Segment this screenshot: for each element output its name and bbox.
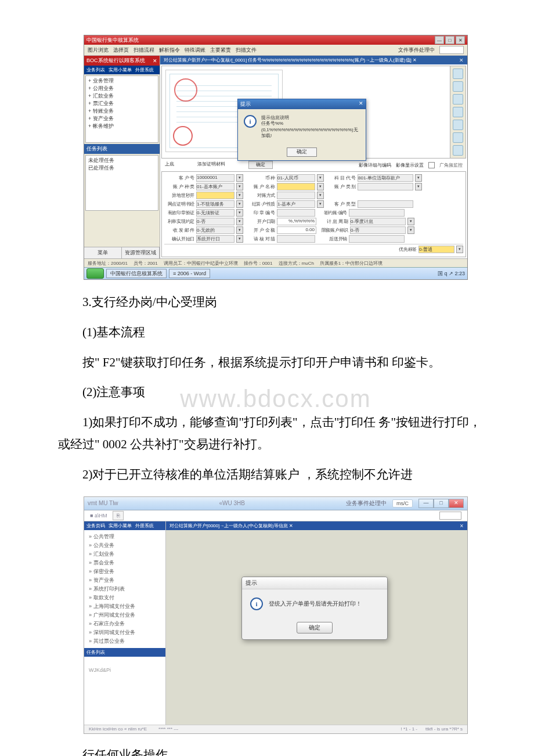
content-tab[interactable]: 对公结算账户开户[0000]→上一级办人(中心复核岗)等信息 ✕ (169, 523, 293, 529)
tree-item[interactable]: » 公共业务 (89, 541, 161, 550)
dropdown-icon[interactable]: ▾ (415, 183, 422, 190)
sidebar-head-tab[interactable]: 实用小菜单 (109, 523, 132, 529)
tool-icon[interactable] (453, 107, 463, 117)
sub-tab[interactable]: ⎘ (113, 511, 124, 520)
tool-icon[interactable] (453, 94, 463, 105)
tree-item[interactable]: + 帐务维护 (88, 123, 156, 130)
tree-item[interactable]: » 其过票公业务 (89, 637, 161, 646)
confirm-button[interactable]: 确定 (248, 161, 273, 169)
form-field[interactable]: 0.00 (277, 226, 316, 234)
form-field[interactable]: 10000001 (196, 174, 234, 182)
tree-item[interactable]: » 深圳同城支付业务 (89, 628, 161, 637)
tree-item[interactable]: » 上海同城支付业务 (89, 602, 161, 611)
start-button[interactable] (86, 268, 104, 279)
form-field-required[interactable] (196, 192, 234, 199)
form-field[interactable] (277, 192, 315, 199)
dropdown-icon[interactable]: ▾ (317, 200, 324, 208)
sidebar-subtab[interactable]: 实用小菜单 (109, 67, 132, 73)
close-button[interactable]: ✕ (449, 499, 464, 508)
form-field[interactable]: 1-基本户 (277, 200, 315, 208)
minimize-button[interactable]: — (418, 499, 434, 508)
maximize-button[interactable]: □ (434, 499, 449, 508)
minimize-button[interactable]: — (435, 36, 444, 44)
tree-item[interactable]: + 转账业务 (88, 107, 156, 115)
tree-item[interactable]: + 资产业务 (88, 115, 156, 123)
form-field[interactable] (358, 183, 413, 190)
sidebar-bottom-btn[interactable]: 资源管理区域 (122, 247, 160, 258)
dropdown-icon[interactable]: ▾ (415, 174, 422, 182)
content-tab[interactable]: 对公结算账户新开户/一中心复核/[_0001] 任务号%%%%%%%%%%%%%… (164, 57, 417, 63)
form-field-required[interactable] (277, 183, 315, 190)
tree-item[interactable]: » 保密业务 (89, 567, 161, 576)
menu-item[interactable]: 扫描流程 (134, 46, 154, 54)
dropdown-icon[interactable]: ▾ (236, 235, 243, 243)
tree-item[interactable]: » 资产业务 (89, 576, 161, 585)
tool-icon[interactable] (453, 132, 463, 143)
sidebar-subtab[interactable]: 外册系统 (135, 67, 154, 73)
dropdown-icon[interactable]: ▾ (236, 183, 243, 190)
menu-item[interactable]: 解析指令 (159, 46, 180, 54)
form-field[interactable]: %,%%%%% (277, 218, 316, 225)
tool-icon[interactable] (453, 145, 463, 156)
dropdown-icon[interactable]: ▾ (317, 183, 324, 190)
dropdown-icon[interactable]: ▾ (236, 192, 243, 199)
maximize-button[interactable]: □ (445, 36, 454, 44)
tree-item[interactable]: + 票汇业务 (88, 100, 156, 107)
form-field[interactable]: 01-人民币 (277, 174, 315, 182)
dropdown-icon[interactable]: ▾ (456, 246, 463, 253)
tree-item[interactable]: + 公用业务 (88, 85, 156, 92)
dropdown-icon[interactable]: ▾ (407, 218, 414, 225)
tab-close-icon[interactable]: ⨯ (459, 57, 464, 63)
tree-item[interactable]: » 汇划业务 (89, 550, 161, 559)
form-field[interactable]: 0-无效的 (196, 226, 234, 234)
dropdown-icon[interactable]: ▾ (236, 200, 243, 208)
tree-item[interactable]: » 取款支付 (89, 593, 161, 602)
tree-item[interactable]: » 公共管理 (89, 532, 161, 541)
task-item[interactable]: 未处理任务 (88, 157, 156, 164)
tool-icon[interactable] (453, 120, 463, 130)
form-field[interactable] (358, 200, 413, 208)
tree-item[interactable]: » 石家庄办业务 (89, 620, 161, 628)
dropdown-icon[interactable]: ▾ (236, 174, 243, 182)
form-field[interactable]: 01-基本账户 (196, 183, 234, 190)
sidebar-close-icon[interactable]: ✕ (153, 58, 157, 64)
dialog-close-icon[interactable]: ✕ (359, 100, 363, 108)
checkbox[interactable] (428, 162, 435, 168)
form-field[interactable] (277, 209, 315, 217)
taskbar-item[interactable]: 中国银行信息核算系统 (106, 269, 167, 278)
dropdown-icon[interactable]: ▾ (317, 174, 324, 182)
tree-item[interactable]: + 汇款业务 (88, 92, 156, 100)
tree-item[interactable]: » 广州同城支付业务 (89, 611, 161, 620)
dropdown-icon[interactable]: ▾ (317, 192, 324, 199)
form-field[interactable] (349, 235, 405, 243)
menu-item[interactable]: 图片浏览 (88, 46, 109, 54)
dropdown-icon[interactable]: ▾ (236, 218, 243, 225)
form-field[interactable] (277, 235, 315, 243)
tab-close-icon[interactable]: ⨯ (460, 523, 464, 528)
form-field[interactable]: 801-单位活期存款户 (358, 174, 413, 182)
sidebar-bottom-btn[interactable]: 菜单 (84, 247, 122, 258)
dropdown-icon[interactable]: ▾ (236, 226, 243, 234)
form-field[interactable]: 0-无须验证 (196, 209, 234, 217)
task-item[interactable]: 已处理任务 (88, 164, 156, 172)
tree-item[interactable]: » 票会业务 (89, 559, 161, 567)
form-field[interactable] (349, 209, 405, 217)
form-field[interactable]: 1-不驻场服务 (196, 200, 234, 208)
dropdown-icon[interactable]: ▾ (236, 209, 243, 217)
tree-item[interactable]: + 业务管理 (88, 77, 156, 85)
priority-field[interactable]: 0-普通 (418, 246, 454, 253)
dialog-ok-button[interactable]: 确定 (297, 622, 333, 633)
form-field[interactable]: 0-季度计息 (350, 218, 406, 225)
close-button[interactable]: ✕ (456, 36, 465, 44)
tree-item[interactable]: » 系统打印列表 (89, 585, 161, 593)
taskbar-item[interactable]: ≡ 2006 - Word (169, 269, 210, 278)
tool-icon[interactable] (453, 81, 463, 92)
form-field[interactable]: 系统开行日 (196, 235, 234, 243)
menu-item[interactable]: 特殊调账 (185, 46, 205, 54)
form-field[interactable]: 0-否 (350, 226, 406, 234)
form-field[interactable]: 0-否 (196, 218, 234, 225)
menu-item[interactable]: 选择页 (113, 46, 129, 54)
dropdown-icon[interactable]: ▾ (407, 226, 414, 234)
sidebar-head-tab[interactable]: 业务页码 (86, 523, 105, 529)
menu-item[interactable]: 主要紧责 (210, 46, 231, 54)
